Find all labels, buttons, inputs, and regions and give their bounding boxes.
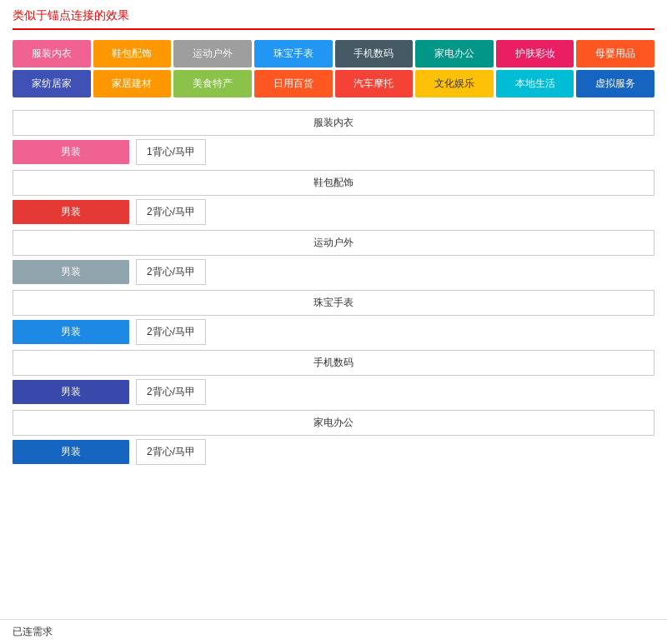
anchor-sub-button[interactable]: 男装: [13, 320, 129, 344]
category-item[interactable]: 鞋包配饰: [93, 40, 172, 67]
category-item[interactable]: 汽车摩托: [335, 70, 414, 97]
anchor-sub-button[interactable]: 男装: [13, 380, 129, 404]
category-item[interactable]: 本地生活: [496, 70, 574, 97]
category-grid: 服装内衣鞋包配饰运动户外珠宝手表手机数码家电办公护肤彩妆母婴用品家纺居家家居建材…: [13, 40, 654, 97]
anchor-group: 珠宝手表男装2背心/马甲: [13, 290, 654, 345]
category-item[interactable]: 护肤彩妆: [496, 40, 574, 67]
category-item[interactable]: 家居建材: [93, 70, 172, 97]
anchor-sub-button[interactable]: 男装: [13, 440, 129, 464]
anchor-sub-row: 男装1背心/马甲: [13, 139, 654, 165]
anchor-category-label: 服装内衣: [13, 110, 654, 136]
category-item[interactable]: 日用百货: [254, 70, 333, 97]
anchor-sub-label: 2背心/马甲: [136, 319, 206, 345]
category-item[interactable]: 珠宝手表: [254, 40, 333, 67]
category-item[interactable]: 母婴用品: [576, 40, 654, 67]
anchor-category-label: 鞋包配饰: [13, 170, 654, 196]
bottom-bar-label: 已连需求: [13, 626, 53, 637]
category-item[interactable]: 服装内衣: [13, 40, 91, 67]
category-item[interactable]: 家电办公: [415, 40, 494, 67]
bottom-bar: 已连需求: [0, 619, 667, 644]
anchor-sub-row: 男装2背心/马甲: [13, 259, 654, 285]
anchor-sub-row: 男装2背心/马甲: [13, 199, 654, 225]
anchor-group: 家电办公男装2背心/马甲: [13, 410, 654, 465]
category-item[interactable]: 虚拟服务: [576, 70, 654, 97]
anchor-sub-label: 1背心/马甲: [136, 139, 206, 165]
category-item[interactable]: 家纺居家: [13, 70, 91, 97]
anchor-sub-row: 男装2背心/马甲: [13, 439, 654, 465]
anchor-group: 运动户外男装2背心/马甲: [13, 230, 654, 285]
anchor-category-label: 运动户外: [13, 230, 654, 256]
category-item[interactable]: 文化娱乐: [415, 70, 494, 97]
page-container: 类似于锚点连接的效果 服装内衣鞋包配饰运动户外珠宝手表手机数码家电办公护肤彩妆母…: [0, 0, 667, 644]
anchor-sub-label: 2背心/马甲: [136, 439, 206, 465]
anchor-category-label: 珠宝手表: [13, 290, 654, 316]
anchor-group: 手机数码男装2背心/马甲: [13, 350, 654, 405]
anchor-sub-button[interactable]: 男装: [13, 200, 129, 224]
category-item[interactable]: 手机数码: [335, 40, 414, 67]
anchor-group: 服装内衣男装1背心/马甲: [13, 110, 654, 165]
category-item[interactable]: 美食特产: [173, 70, 252, 97]
anchor-category-label: 家电办公: [13, 410, 654, 436]
anchor-category-label: 手机数码: [13, 350, 654, 376]
anchor-group: 鞋包配饰男装2背心/马甲: [13, 170, 654, 225]
anchor-sub-label: 2背心/马甲: [136, 259, 206, 285]
anchor-sub-row: 男装2背心/马甲: [13, 319, 654, 345]
category-item[interactable]: 运动户外: [173, 40, 252, 67]
anchor-list: 服装内衣男装1背心/马甲鞋包配饰男装2背心/马甲运动户外男装2背心/马甲珠宝手表…: [13, 110, 654, 465]
anchor-sub-button[interactable]: 男装: [13, 260, 129, 284]
anchor-sub-label: 2背心/马甲: [136, 379, 206, 405]
anchor-sub-button[interactable]: 男装: [13, 140, 129, 164]
anchor-sub-row: 男装2背心/马甲: [13, 379, 654, 405]
anchor-sub-label: 2背心/马甲: [136, 199, 206, 225]
page-title: 类似于锚点连接的效果: [13, 8, 654, 30]
